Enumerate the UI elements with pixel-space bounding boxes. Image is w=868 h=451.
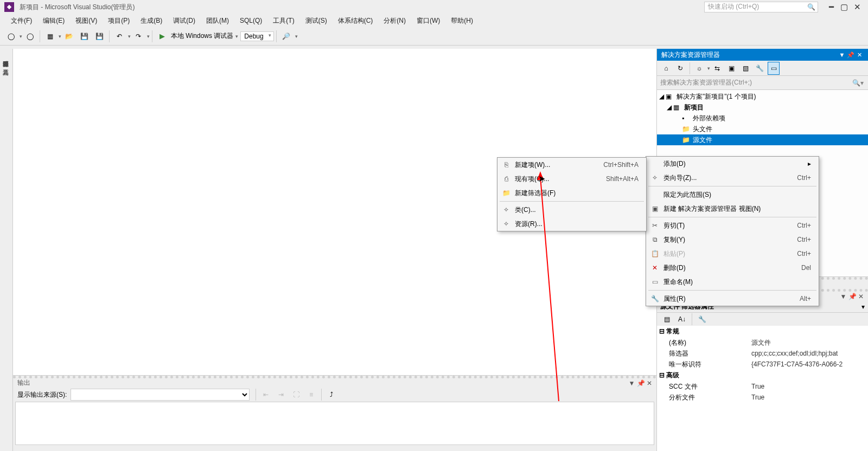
left-sidebar: 服务器资源管理器 工具箱 <box>0 49 13 451</box>
sub-new-filter[interactable]: 📁新建筛选器(F) <box>497 186 646 200</box>
menu-view[interactable]: 视图(V) <box>70 15 103 27</box>
menu-analyze[interactable]: 分析(N) <box>378 15 411 27</box>
menu-project[interactable]: 项目(P) <box>103 15 135 27</box>
sub-new-item[interactable]: ⎘新建项(W)...Ctrl+Shift+A <box>497 158 646 172</box>
collapse-icon[interactable]: ▣ <box>725 62 737 75</box>
start-debug-button[interactable]: ▶ <box>156 30 169 43</box>
folder-icon: 📁 <box>682 136 691 144</box>
refresh-icon[interactable]: ⇆ <box>711 62 723 75</box>
solution-toolbar: ⌂ ↻ ☼▾ ⇆ ▣ ▧ 🔧 ▭ <box>657 61 868 76</box>
nav-back-button[interactable]: ◯ <box>4 30 17 43</box>
dropdown-icon[interactable]: ▼ <box>838 51 846 58</box>
clear-icon[interactable]: ⛶ <box>290 388 303 401</box>
main-toolbar: ◯▾ ◯ ▦▾ 📂 💾 💾 ↶▾ ↷▾ ▶ 本地 Windows 调试器▾ De… <box>0 27 868 46</box>
save-button[interactable]: 💾 <box>78 30 91 43</box>
ctx-add[interactable]: 添加(D)▸ <box>646 157 819 171</box>
config-combo[interactable]: Debug <box>240 31 273 41</box>
sub-resource[interactable]: ✧资源(R)... <box>497 217 646 231</box>
properties-icon[interactable]: 🔧 <box>754 62 765 75</box>
solution-search-input[interactable]: 搜索解决方案资源管理器(Ctrl+;) 🔍▾ <box>657 76 868 90</box>
dropdown-icon[interactable]: ▼ <box>840 293 846 300</box>
ctx-cut[interactable]: ✂剪切(T)Ctrl+ <box>646 218 819 233</box>
menu-bar: 文件(F) 编辑(E) 视图(V) 项目(P) 生成(B) 调试(D) 团队(M… <box>0 14 868 27</box>
back-icon[interactable]: ↻ <box>674 62 686 75</box>
nav-fwd-button[interactable]: ◯ <box>23 30 36 43</box>
menu-window[interactable]: 窗口(W) <box>411 15 445 27</box>
menu-edit[interactable]: 编辑(E) <box>37 15 70 27</box>
categorized-icon[interactable]: ▤ <box>660 313 673 326</box>
refs-icon: ▪ <box>682 114 691 122</box>
menu-help[interactable]: 帮助(H) <box>445 15 478 27</box>
menu-team[interactable]: 团队(M) <box>201 15 234 27</box>
ctx-class-wizard[interactable]: ✧类向导(Z)...Ctrl+ <box>646 171 819 185</box>
ctx-scope[interactable]: 限定为此范围(S) <box>646 188 819 202</box>
open-button[interactable]: 📂 <box>62 30 75 43</box>
title-bar: 新项目 - Microsoft Visual Studio(管理员) 快速启动 … <box>0 0 868 14</box>
menu-sql[interactable]: SQL(Q) <box>234 15 267 26</box>
server-explorer-tab[interactable]: 服务器资源管理器 <box>0 52 11 61</box>
folder-icon: 📁 <box>682 125 691 133</box>
goto-next-icon[interactable]: ⇥ <box>275 388 288 401</box>
context-menu: 添加(D)▸ ✧类向导(Z)...Ctrl+ 限定为此范围(S) ▣新建 解决方… <box>646 156 819 306</box>
close-icon[interactable]: ✕ <box>855 51 864 59</box>
maximize-button[interactable]: ▢ <box>838 2 851 12</box>
ctx-delete[interactable]: ✕删除(D)Del <box>646 261 819 275</box>
pin-icon[interactable]: 📌 <box>848 293 857 300</box>
sub-class[interactable]: ✧类(C)... <box>497 203 646 217</box>
ctx-paste: 📋粘贴(P)Ctrl+ <box>646 247 819 261</box>
close-button[interactable]: ✕ <box>851 2 864 12</box>
preview-icon[interactable]: ▭ <box>768 62 780 75</box>
search-icon: 🔍▾ <box>852 79 864 87</box>
output-dropdown-icon[interactable]: ▼ <box>628 379 635 387</box>
solution-explorer-header: 解决方案资源管理器 ▼ 📌 ✕ <box>657 49 868 61</box>
output-source-label: 显示输出来源(S): <box>17 390 67 400</box>
undo-button[interactable]: ↶ <box>113 30 126 43</box>
new-project-button[interactable]: ▦ <box>43 30 56 43</box>
menu-arch[interactable]: 体系结构(C) <box>333 15 379 27</box>
wrench-icon[interactable]: 🔧 <box>695 313 709 326</box>
pin-icon[interactable]: 📌 <box>637 379 645 387</box>
close-icon[interactable]: ✕ <box>858 293 864 300</box>
ctx-copy[interactable]: ⧉复制(Y)Ctrl+ <box>646 233 819 247</box>
ctx-rename[interactable]: ▭重命名(M) <box>646 275 819 289</box>
minimize-button[interactable]: ━ <box>825 2 838 12</box>
home-icon[interactable]: ⌂ <box>660 62 672 75</box>
output-source-combo[interactable] <box>71 389 250 401</box>
add-submenu: ⎘新建项(W)...Ctrl+Shift+A ⎙现有项(G)...Shift+A… <box>497 157 647 231</box>
save-all-button[interactable]: 💾 <box>93 30 106 43</box>
redo-button[interactable]: ↷ <box>132 30 145 43</box>
source-files-node: 📁源文件 <box>657 134 868 145</box>
debugger-target[interactable]: 本地 Windows 调试器 <box>170 31 234 41</box>
ctx-new-view[interactable]: ▣新建 解决方案资源管理器 视图(N) <box>646 202 819 216</box>
menu-build[interactable]: 生成(B) <box>135 15 168 27</box>
window-title: 新项目 - Microsoft Visual Studio(管理员) <box>20 3 135 12</box>
output-panel: 输出 ▼ 📌 ✕ 显示输出来源(S): ⇤ ⇥ ⛶ ≡ ⤴ <box>13 375 656 451</box>
output-title: 输出 <box>17 378 30 388</box>
ctx-properties[interactable]: 🔧属性(R)Alt+ <box>646 292 819 306</box>
output-extra-icon[interactable]: ⤴ <box>325 388 338 401</box>
sub-existing-item[interactable]: ⎙现有项(G)...Shift+Alt+A <box>497 172 646 186</box>
pin-icon[interactable]: 📌 <box>846 51 855 59</box>
vs-logo-icon <box>4 2 14 12</box>
sync-icon[interactable]: ☼ <box>693 62 705 75</box>
find-in-files-button[interactable]: 🔎 <box>280 30 293 43</box>
menu-debug[interactable]: 调试(D) <box>168 15 201 27</box>
solution-icon: ▣ <box>666 93 674 100</box>
alpha-icon[interactable]: A↓ <box>675 313 688 326</box>
show-all-icon[interactable]: ▧ <box>739 62 751 75</box>
close-icon[interactable]: ✕ <box>647 379 652 387</box>
toolbox-tab[interactable]: 工具箱 <box>0 61 11 69</box>
quick-launch-input[interactable]: 快速启动 (Ctrl+Q) 🔍 <box>704 2 818 12</box>
goto-prev-icon[interactable]: ⇤ <box>259 388 272 401</box>
menu-test[interactable]: 测试(S) <box>300 15 333 27</box>
project-icon: ▦ <box>673 104 682 111</box>
cursor-icon: ➤ <box>538 173 545 184</box>
properties-panel: 属性 ▼ 📌 ✕ 源文件 筛选器属性▾ ▤ A↓ 🔧 ⊟ 常规 (名称)源文件 … <box>657 289 868 451</box>
editor-area: 输出 ▼ 📌 ✕ 显示输出来源(S): ⇤ ⇥ ⛶ ≡ ⤴ <box>13 49 656 451</box>
menu-file[interactable]: 文件(F) <box>5 15 37 27</box>
search-icon: 🔍 <box>807 3 815 11</box>
wrap-icon[interactable]: ≡ <box>305 388 318 401</box>
menu-tools[interactable]: 工具(T) <box>267 15 299 27</box>
